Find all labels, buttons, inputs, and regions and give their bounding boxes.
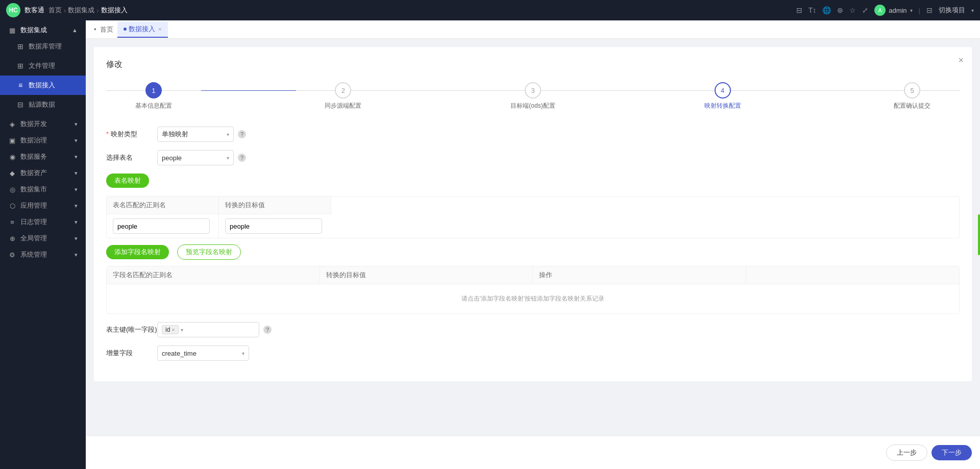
expand-icon: ▾ bbox=[75, 137, 78, 144]
sidebar-label: 应用管理 bbox=[20, 201, 47, 210]
nm-input-target[interactable] bbox=[225, 218, 322, 234]
primary-key-row: 表主键(唯一字段) id × ▾ ? bbox=[106, 322, 960, 337]
icon-github[interactable]: ⊛ bbox=[837, 6, 843, 14]
incremental-field-select[interactable]: create_time ▾ bbox=[157, 345, 249, 361]
step-circle-4: 4 bbox=[715, 82, 731, 98]
step-circle-3: 3 bbox=[525, 82, 541, 98]
top-bar-left: HC 数客通 首页 › 数据集成 › 数据接入 bbox=[6, 3, 128, 17]
expand-icon: ▾ bbox=[75, 203, 78, 209]
expand-icon: ▾ bbox=[75, 121, 78, 128]
next-button[interactable]: 下一步 bbox=[932, 445, 972, 460]
sys-icon: ⚙ bbox=[8, 251, 16, 259]
icon-globe[interactable]: 🌐 bbox=[822, 6, 831, 14]
step-4: 4 映射转换配置 bbox=[675, 82, 770, 110]
card-close-button[interactable]: × bbox=[958, 55, 964, 66]
user-chevron: ▾ bbox=[910, 8, 913, 13]
table-mapping-button[interactable]: 表名映射 bbox=[106, 174, 149, 188]
breadcrumb-current: 数据接入 bbox=[101, 6, 128, 15]
sidebar-sub-database[interactable]: ⊞ 数据库管理 bbox=[0, 37, 86, 56]
data-svc-icon: ◉ bbox=[8, 153, 16, 161]
step-circle-2: 2 bbox=[335, 82, 351, 98]
nm-input-regex[interactable] bbox=[113, 218, 210, 234]
field-table-empty: 请点击'添加字段名映射'按钮添加字段名映射关系记录 bbox=[107, 284, 959, 313]
sidebar-item-label: 数据集成 bbox=[20, 26, 47, 35]
app-name: 数客通 bbox=[24, 6, 44, 15]
breadcrumb-home[interactable]: 首页 bbox=[48, 6, 62, 15]
icon-project-switch: ⊟ bbox=[926, 6, 933, 14]
icon-layout[interactable]: ⊟ bbox=[796, 6, 802, 14]
sidebar-label: 数据资产 bbox=[20, 168, 47, 178]
step-label-4: 映射转换配置 bbox=[704, 102, 741, 110]
collapse-icon: ▲ bbox=[72, 27, 78, 33]
tab-close-btn[interactable]: × bbox=[158, 26, 161, 32]
select-table-dropdown[interactable]: people ▾ bbox=[157, 150, 234, 165]
sidebar-item-data-asset[interactable]: ◆ 数据资产 ▾ bbox=[0, 163, 86, 180]
tab-home[interactable]: • 首页 bbox=[90, 22, 117, 37]
icon-text[interactable]: T↕ bbox=[808, 6, 817, 14]
step-2: 2 同步源端配置 bbox=[296, 82, 391, 110]
mapping-type-control: 单独映射 ▾ ? bbox=[157, 127, 246, 142]
sidebar-label: 系统管理 bbox=[20, 250, 47, 259]
expand-icon: ▾ bbox=[75, 170, 78, 177]
sidebar-sub-attached[interactable]: ⊟ 贴源数据 bbox=[0, 95, 86, 114]
user-name: admin bbox=[889, 7, 906, 14]
sidebar-item-data-gov[interactable]: ▣ 数据治理 ▾ bbox=[0, 131, 86, 147]
sidebar-item-data-svc[interactable]: ◉ 数据服务 ▾ bbox=[0, 147, 86, 163]
field-table-body: 请点击'添加字段名映射'按钮添加字段名映射关系记录 bbox=[107, 284, 959, 313]
switch-project[interactable]: 切换项目 bbox=[939, 6, 965, 15]
top-bar-right: ⊟ T↕ 🌐 ⊛ ☆ ⤢ A admin ▾ | ⊟ 切换项目 ▾ bbox=[796, 5, 974, 16]
step-label-2: 同步源端配置 bbox=[325, 102, 361, 110]
primary-key-help[interactable]: ? bbox=[263, 326, 272, 334]
mapping-type-select[interactable]: 单独映射 ▾ bbox=[157, 127, 234, 142]
log-icon: ≡ bbox=[8, 218, 16, 226]
sidebar-item-app-mgmt[interactable]: ⬡ 应用管理 ▾ bbox=[0, 196, 86, 212]
icon-star[interactable]: ☆ bbox=[849, 6, 856, 14]
main-content: 修改 × 1 基本信息配置 bbox=[86, 39, 980, 436]
expand-icon: ▾ bbox=[75, 154, 78, 160]
app-root: HC 数客通 首页 › 数据集成 › 数据接入 ⊟ T↕ 🌐 ⊛ ☆ ⤢ A a… bbox=[0, 0, 980, 469]
step-5: 5 配置确认提交 bbox=[865, 82, 960, 110]
step-3: 3 目标端(ods)配置 bbox=[485, 82, 580, 110]
icon-fullscreen[interactable]: ⤢ bbox=[862, 6, 868, 14]
step-label-1: 基本信息配置 bbox=[135, 102, 172, 110]
field-table-header: 字段名匹配的正则名 转换的目标值 操作 bbox=[107, 266, 959, 284]
primary-key-input[interactable]: id × ▾ bbox=[157, 322, 259, 337]
global-icon: ⊕ bbox=[8, 235, 16, 242]
database-icon: ⊞ bbox=[16, 42, 24, 51]
sidebar-item-global-mgmt[interactable]: ⊕ 全局管理 ▾ bbox=[0, 229, 86, 245]
select-table-control: people ▾ ? bbox=[157, 150, 246, 165]
sidebar-item-data-integration[interactable]: ▦ 数据集成 ▲ bbox=[0, 20, 86, 37]
sidebar-item-log-mgmt[interactable]: ≡ 日志管理 ▾ bbox=[0, 212, 86, 229]
mapping-type-help[interactable]: ? bbox=[238, 130, 246, 138]
user-area[interactable]: A admin ▾ bbox=[874, 5, 912, 16]
select-chevron: ▾ bbox=[227, 132, 229, 137]
sidebar-sub-file[interactable]: ⊞ 文件管理 bbox=[0, 56, 86, 76]
tag-close-icon[interactable]: × bbox=[172, 327, 175, 333]
select-table-label: 选择表名 bbox=[106, 153, 157, 162]
breadcrumb-integration[interactable]: 数据集成 bbox=[68, 6, 94, 15]
field-col-target: 转换的目标值 bbox=[320, 266, 533, 284]
expand-icon: ▾ bbox=[75, 186, 78, 193]
sidebar-label: 数据接入 bbox=[29, 81, 55, 90]
expand-icon: ▾ bbox=[75, 235, 78, 242]
data-market-icon: ◎ bbox=[8, 186, 16, 193]
add-field-mapping-button[interactable]: 添加字段名映射 bbox=[106, 245, 169, 259]
select-table-row: 选择表名 people ▾ ? bbox=[106, 150, 960, 165]
tag-input-chevron: ▾ bbox=[181, 327, 183, 333]
select-table-help[interactable]: ? bbox=[238, 154, 246, 162]
tab-data-access[interactable]: 数据接入 × bbox=[117, 21, 167, 38]
sidebar-item-sys-mgmt[interactable]: ⚙ 系统管理 ▾ bbox=[0, 245, 86, 261]
preview-field-mapping-button[interactable]: 预览字段名映射 bbox=[177, 244, 241, 260]
name-mapping-grid: 表名匹配的正则名 转换的目标值 bbox=[106, 196, 960, 238]
field-col-action: 操作 bbox=[533, 266, 746, 284]
nm-header-regex: 表名匹配的正则名 bbox=[107, 196, 219, 214]
primary-key-label: 表主键(唯一字段) bbox=[106, 325, 157, 334]
sidebar-sub-data-access[interactable]: ≡ 数据接入 bbox=[0, 76, 86, 95]
sidebar-item-data-dev[interactable]: ◈ 数据开发 ▾ bbox=[0, 114, 86, 131]
prev-button[interactable]: 上一步 bbox=[886, 445, 927, 461]
tab-label: 数据接入 bbox=[129, 24, 155, 34]
sidebar-label: 数据开发 bbox=[20, 119, 47, 129]
scroll-indicator bbox=[978, 214, 980, 255]
sidebar-label: 数据治理 bbox=[20, 136, 47, 145]
sidebar-item-data-market[interactable]: ◎ 数据集市 ▾ bbox=[0, 180, 86, 196]
